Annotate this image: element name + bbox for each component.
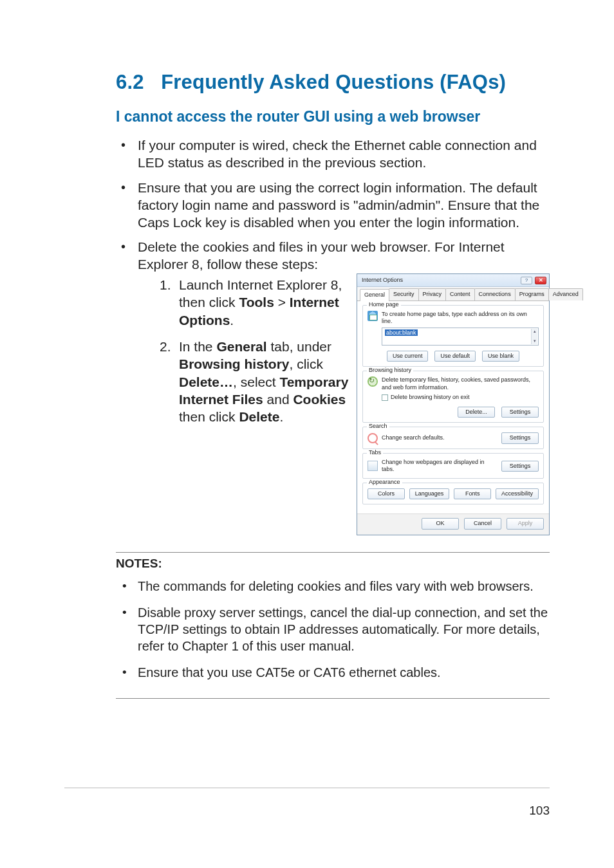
internet-options-dialog: Internet Options ? ✕ General Security Pr… bbox=[357, 273, 550, 535]
step-text: tab, under bbox=[267, 339, 331, 354]
apply-button[interactable]: Apply bbox=[507, 518, 544, 530]
page-rule bbox=[64, 788, 550, 788]
appearance-legend: Appearance bbox=[367, 479, 402, 486]
close-icon[interactable]: ✕ bbox=[535, 277, 546, 284]
tab-connections[interactable]: Connections bbox=[474, 288, 516, 300]
faq-subheading: I cannot access the router GUI using a w… bbox=[116, 108, 550, 125]
step-text: > bbox=[274, 295, 290, 309]
section-number: 6.2 bbox=[116, 71, 144, 93]
step-text: In the bbox=[179, 339, 216, 354]
dialog-titlebar[interactable]: Internet Options ? ✕ bbox=[357, 274, 549, 287]
step-bold: Delete… bbox=[179, 374, 233, 389]
tab-programs[interactable]: Programs bbox=[515, 288, 549, 300]
tab-strip: General Security Privacy Content Connect… bbox=[357, 287, 549, 300]
use-default-button[interactable]: Use default bbox=[434, 351, 476, 362]
home-icon bbox=[367, 311, 378, 321]
tab-security[interactable]: Security bbox=[389, 288, 419, 300]
use-blank-button[interactable]: Use blank bbox=[482, 351, 519, 362]
page-number: 103 bbox=[529, 804, 550, 818]
delete-on-exit-checkbox[interactable] bbox=[382, 394, 388, 401]
bullet-text: Delete the cookies and files in your web… bbox=[138, 239, 505, 272]
note-item: The commands for deleting cookies and fi… bbox=[116, 578, 550, 595]
history-icon bbox=[367, 376, 378, 387]
accessibility-button[interactable]: Accessibility bbox=[496, 488, 539, 500]
tab-privacy[interactable]: Privacy bbox=[418, 288, 447, 300]
tab-content[interactable]: Content bbox=[445, 288, 475, 300]
bullet-item: If your computer is wired, check the Eth… bbox=[116, 137, 550, 172]
history-settings-button[interactable]: Settings bbox=[501, 407, 539, 418]
step-bold: General bbox=[216, 339, 266, 354]
homepage-legend: Home page bbox=[367, 301, 401, 309]
bullet-item: Delete the cookies and files in your web… bbox=[116, 239, 550, 535]
step-number: 1. bbox=[160, 276, 171, 293]
step-bold: Cookies bbox=[293, 392, 346, 407]
history-desc: Delete temporary files, history, cookies… bbox=[382, 376, 539, 391]
tabs-group: Tabs Change how webpages are displayed i… bbox=[362, 453, 544, 479]
tabs-legend: Tabs bbox=[367, 449, 383, 457]
search-icon bbox=[367, 433, 378, 443]
step-text: , select bbox=[233, 374, 279, 389]
section-heading: Frequently Asked Questions (FAQs) bbox=[161, 71, 506, 93]
tabs-desc: Change how webpages are displayed in tab… bbox=[382, 459, 498, 474]
homepage-input[interactable]: about:blank ▴▾ bbox=[382, 328, 539, 346]
delete-button[interactable]: Delete... bbox=[458, 407, 495, 418]
step-item: 1. Launch Internet Explorer 8, then clic… bbox=[160, 276, 349, 329]
step-bold: Tools bbox=[239, 295, 274, 309]
step-item: 2. In the General tab, under Browsing hi… bbox=[160, 338, 349, 425]
step-number: 2. bbox=[160, 338, 171, 355]
colors-button[interactable]: Colors bbox=[367, 488, 405, 500]
help-icon[interactable]: ? bbox=[521, 277, 532, 284]
tabs-settings-button[interactable]: Settings bbox=[501, 461, 539, 472]
note-item: Ensure that you use CAT5e or CAT6 ethern… bbox=[116, 665, 550, 681]
section-title: 6.2 Frequently Asked Questions (FAQs) bbox=[116, 71, 550, 94]
use-current-button[interactable]: Use current bbox=[387, 351, 429, 362]
appearance-group: Appearance Colors Languages Fonts Access… bbox=[362, 483, 544, 505]
step-bold: Browsing history bbox=[179, 356, 290, 371]
scrollbar[interactable]: ▴▾ bbox=[531, 329, 537, 344]
cancel-button[interactable]: Cancel bbox=[464, 518, 501, 530]
step-text: and bbox=[263, 392, 293, 407]
delete-on-exit-label: Delete browsing history on exit bbox=[391, 394, 470, 402]
tabs-icon bbox=[367, 461, 378, 471]
step-text: then click bbox=[179, 409, 239, 424]
step-text: , click bbox=[290, 356, 324, 371]
history-legend: Browsing history bbox=[367, 367, 413, 374]
homepage-value: about:blank bbox=[385, 329, 418, 336]
note-item: Disable proxy server settings, cancel th… bbox=[116, 605, 550, 654]
homepage-desc: To create home page tabs, type each addr… bbox=[382, 311, 539, 326]
fonts-button[interactable]: Fonts bbox=[454, 488, 491, 500]
ok-button[interactable]: OK bbox=[422, 518, 459, 530]
notes-label: NOTES: bbox=[116, 557, 550, 571]
divider bbox=[116, 552, 550, 553]
divider bbox=[116, 698, 550, 699]
dialog-title: Internet Options bbox=[362, 277, 518, 284]
search-desc: Change search defaults. bbox=[382, 434, 498, 442]
languages-button[interactable]: Languages bbox=[409, 488, 450, 500]
step-text: . bbox=[279, 409, 283, 424]
tab-general[interactable]: General bbox=[360, 289, 389, 301]
tab-advanced[interactable]: Advanced bbox=[548, 288, 583, 300]
search-settings-button[interactable]: Settings bbox=[501, 432, 539, 444]
step-bold: Delete bbox=[239, 409, 279, 424]
homepage-group: Home page To create home page tabs, type… bbox=[362, 305, 544, 367]
search-legend: Search bbox=[367, 423, 389, 430]
bullet-item: Ensure that you are using the correct lo… bbox=[116, 180, 550, 232]
step-text: . bbox=[230, 313, 234, 328]
search-group: Search Change search defaults. Settings bbox=[362, 427, 544, 449]
history-group: Browsing history Delete temporary files,… bbox=[362, 371, 544, 423]
